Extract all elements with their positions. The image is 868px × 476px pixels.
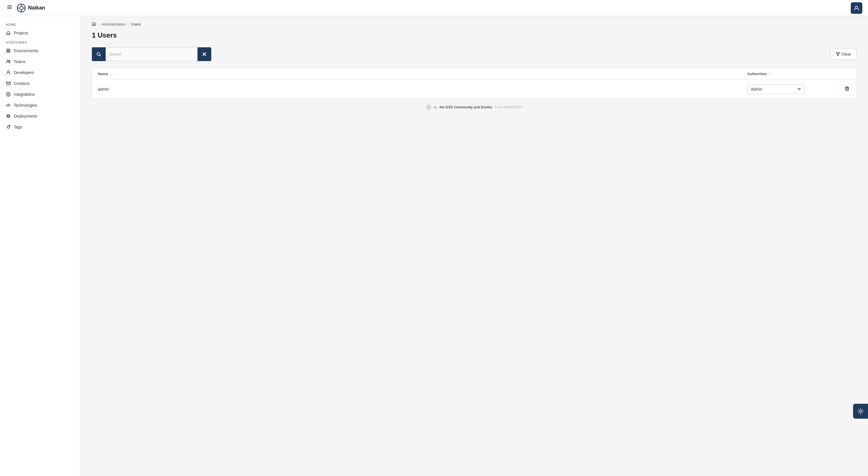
sidebar-item-tags-label: Tags <box>14 125 22 129</box>
user-authorities-cell: Admin <box>747 84 833 94</box>
developers-icon <box>6 70 11 75</box>
sidebar-item-projects-label: Projects <box>14 31 28 35</box>
technologies-icon <box>6 103 11 108</box>
clear-filter-button[interactable]: Clear <box>830 49 857 60</box>
integrations-icon <box>6 92 11 97</box>
page-title: 1 Users <box>92 31 857 39</box>
app-name: Naikan <box>28 5 45 11</box>
breadcrumb-sep-1: › <box>98 22 99 26</box>
svg-rect-11 <box>9 49 10 50</box>
sidebar-item-integrations[interactable]: Integrations <box>0 89 80 100</box>
chevron-down-icon <box>797 87 801 92</box>
table-header: Name ↑↓ Authorities ↑↓ <box>92 68 856 80</box>
breadcrumb-users: Users <box>131 22 141 26</box>
environments-icon <box>6 48 11 53</box>
breadcrumb-home[interactable] <box>92 22 96 27</box>
svg-point-39 <box>860 410 862 412</box>
svg-line-20 <box>8 104 9 107</box>
sidebar-item-contacts-label: Contacts <box>14 81 30 86</box>
users-table: Name ↑↓ Authorities ↑↓ admin Admin <box>92 68 857 99</box>
sidebar: HOME Projects OVERVIEWS <box>0 16 81 476</box>
svg-marker-29 <box>836 53 840 56</box>
close-icon <box>203 52 206 56</box>
col-name-label: Name <box>98 72 108 76</box>
user-name: admin <box>98 87 747 92</box>
footer-by: by <box>433 105 437 109</box>
sidebar-item-teams[interactable]: Teams <box>0 56 80 67</box>
footer-logo-icon <box>426 105 431 110</box>
logo: Naikan <box>17 3 45 12</box>
floating-gear-button[interactable] <box>853 404 868 419</box>
svg-point-14 <box>7 60 9 62</box>
svg-rect-10 <box>7 49 8 50</box>
search-icon <box>96 52 101 57</box>
content-area: 1 Users <box>81 31 868 127</box>
main-content: › Administration › Users 1 Users <box>81 16 868 476</box>
svg-point-19 <box>6 92 10 96</box>
teams-icon <box>6 59 11 64</box>
search-input[interactable] <box>105 47 197 61</box>
filter-icon <box>836 52 840 56</box>
sidebar-item-contacts[interactable]: Contacts <box>0 78 80 89</box>
svg-point-4 <box>20 6 23 10</box>
svg-point-24 <box>9 126 10 127</box>
breadcrumb-administration[interactable]: Administration <box>102 22 125 26</box>
user-avatar-button[interactable] <box>851 2 862 14</box>
sidebar-section-home: HOME Projects <box>0 21 80 38</box>
col-authorities-label: Authorities <box>747 72 767 76</box>
sidebar-item-integrations-label: Integrations <box>14 92 35 97</box>
footer: by the OSS Community and Enofex 0.4.6-SN… <box>92 99 857 115</box>
contacts-icon <box>6 81 11 86</box>
tags-icon <box>6 125 11 130</box>
svg-point-34 <box>428 106 430 108</box>
nav-left: Naikan <box>6 3 45 12</box>
svg-rect-13 <box>9 51 10 53</box>
deployments-icon <box>6 113 11 119</box>
search-area <box>92 47 211 61</box>
sidebar-item-deployments[interactable]: Deployments <box>0 111 80 122</box>
sidebar-item-teams-label: Teams <box>14 59 26 64</box>
logo-icon <box>17 3 26 12</box>
toolbar: Clear <box>92 47 857 61</box>
search-button[interactable] <box>92 47 105 61</box>
home-icon <box>6 30 11 36</box>
svg-point-9 <box>856 6 858 8</box>
hamburger-button[interactable] <box>6 3 13 12</box>
sidebar-item-environments[interactable]: Environments <box>0 45 80 56</box>
user-icon <box>854 5 859 11</box>
sidebar-section-overviews-label: OVERVIEWS <box>0 38 80 45</box>
sidebar-item-developers[interactable]: Developers <box>0 67 80 78</box>
sidebar-item-technologies[interactable]: Technologies <box>0 100 80 111</box>
sidebar-item-tags[interactable]: Tags <box>0 122 80 133</box>
col-header-name[interactable]: Name ↑↓ <box>98 72 747 76</box>
table-row: admin Admin <box>92 80 856 99</box>
col-header-actions <box>833 72 850 76</box>
sidebar-item-deployments-label: Deployments <box>14 114 37 118</box>
gear-icon <box>857 408 864 414</box>
row-actions <box>833 85 850 93</box>
col-header-authorities[interactable]: Authorities ↑↓ <box>747 72 833 76</box>
svg-rect-30 <box>846 88 848 90</box>
breadcrumb: › Administration › Users <box>81 16 868 31</box>
footer-org: the OSS Community and Enofex <box>439 105 492 109</box>
sidebar-item-technologies-label: Technologies <box>14 103 37 107</box>
authorities-select[interactable]: Admin <box>747 84 805 94</box>
clear-filter-label: Clear <box>842 52 851 57</box>
search-clear-button[interactable] <box>197 47 211 61</box>
main-layout: HOME Projects OVERVIEWS <box>0 16 868 476</box>
svg-point-18 <box>7 94 9 95</box>
sidebar-item-developers-label: Developers <box>14 70 34 75</box>
delete-user-button[interactable] <box>844 85 850 93</box>
top-navigation: Naikan <box>0 0 868 16</box>
svg-rect-12 <box>7 51 8 53</box>
breadcrumb-sep-2: › <box>128 22 129 26</box>
authorities-value: Admin <box>751 87 763 92</box>
svg-point-15 <box>9 60 10 61</box>
home-breadcrumb-icon <box>92 22 96 26</box>
footer-version: 0.4.6-SNAPSHOT <box>495 105 522 109</box>
sidebar-section-home-label: HOME <box>0 21 80 28</box>
sidebar-item-projects[interactable]: Projects <box>0 28 80 38</box>
trash-icon <box>845 86 849 91</box>
svg-line-26 <box>100 55 101 57</box>
sort-authorities-icon: ↑↓ <box>769 72 772 76</box>
